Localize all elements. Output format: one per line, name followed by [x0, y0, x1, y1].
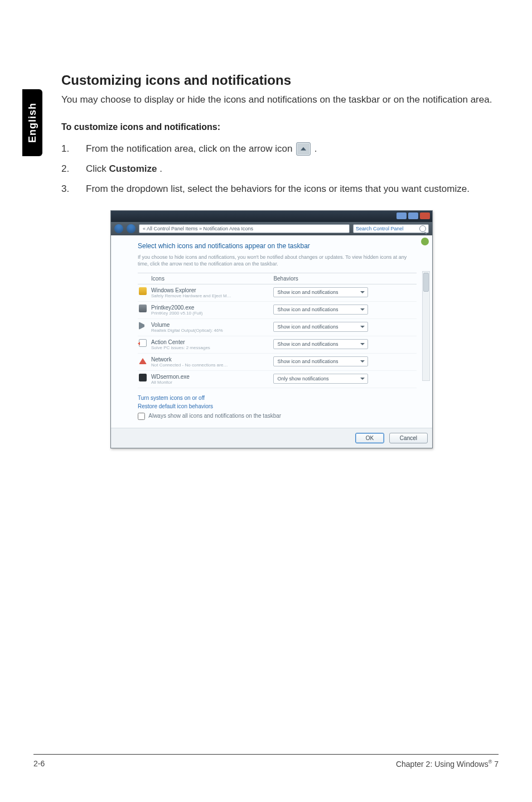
- close-icon[interactable]: [420, 212, 430, 219]
- step-1: From the notification area, click on the…: [61, 142, 502, 156]
- window-buttons: [396, 212, 430, 219]
- behavior-dropdown[interactable]: Show icon and notifications: [273, 322, 368, 332]
- gear-icon[interactable]: [421, 238, 429, 245]
- always-show-checkbox[interactable]: [138, 413, 145, 420]
- behavior-dropdown[interactable]: Show icon and notifications: [273, 339, 368, 349]
- always-show-text: Always show all icons and notifications …: [148, 413, 281, 419]
- scrollbar-thumb[interactable]: [423, 273, 429, 292]
- table-row: Network Not Connected - No connections a…: [138, 354, 417, 371]
- behavior-dropdown[interactable]: Show icon and notifications: [273, 305, 368, 315]
- content-area: Customizing icons and notifications You …: [61, 73, 502, 448]
- row-name: Printkey2000.exe: [151, 305, 271, 311]
- screenshot-window: « All Control Panel Items » Notification…: [110, 210, 433, 448]
- explorer-icon: [139, 287, 147, 295]
- behavior-dropdown[interactable]: Show icon and notifications: [273, 356, 368, 366]
- forward-icon[interactable]: [127, 224, 136, 233]
- intro-text: You may choose to display or hide the ic…: [61, 94, 502, 107]
- step-2-text-c: .: [159, 163, 162, 174]
- row-sub: Solve PC issues: 2 messages: [151, 345, 271, 350]
- volume-icon: [139, 322, 147, 330]
- row-name: Network: [151, 356, 271, 363]
- page-footer: 2-6 Chapter 2: Using Windows® 7: [33, 754, 499, 769]
- chapter-label: Chapter 2: Using Windows® 7: [396, 759, 499, 769]
- subheading: To customize icons and notifications:: [61, 122, 502, 132]
- window-body: Select which icons and notifications app…: [111, 235, 432, 428]
- col-icons: Icons: [150, 273, 272, 284]
- printer-icon: [139, 305, 147, 312]
- button-bar: OK Cancel: [111, 428, 432, 448]
- row-sub: PrintKey 2000 v5.10 (Full): [151, 311, 271, 316]
- row-name: Windows Explorer: [151, 287, 271, 293]
- step-3: From the dropdown list, select the behav…: [61, 182, 502, 196]
- step-2: Click Customize .: [61, 162, 502, 176]
- behavior-dropdown[interactable]: Show icon and notifications: [273, 287, 368, 297]
- links-area: Turn system icons on or off Restore defa…: [138, 388, 417, 420]
- row-sub: All Monitor: [151, 380, 271, 385]
- table-row: WDsermon.exe All Monitor Only show notif…: [138, 371, 417, 388]
- network-icon: [139, 356, 147, 364]
- breadcrumb[interactable]: « All Control Panel Items » Notification…: [139, 224, 350, 233]
- col-behaviors: Behaviors: [272, 273, 417, 284]
- step-1-text-b: .: [315, 143, 317, 154]
- row-name: Volume: [151, 322, 271, 328]
- step-2-bold: Customize: [109, 163, 157, 174]
- search-placeholder: Search Control Panel: [356, 226, 417, 231]
- always-show-checkbox-label[interactable]: Always show all icons and notifications …: [138, 413, 417, 420]
- ok-button[interactable]: OK: [355, 433, 384, 443]
- table-row: Action Center Solve PC issues: 2 message…: [138, 336, 417, 354]
- table-row: Printkey2000.exe PrintKey 2000 v5.10 (Fu…: [138, 302, 417, 319]
- step-3-text: From the dropdown list, select the behav…: [86, 183, 470, 194]
- row-sub: Safely Remove Hardware and Eject M…: [151, 293, 271, 298]
- panel-hint: If you choose to hide icons and notifica…: [138, 254, 417, 267]
- language-tab-label: English: [27, 103, 38, 143]
- cancel-button[interactable]: Cancel: [389, 433, 428, 443]
- back-icon[interactable]: [114, 224, 123, 233]
- arrow-up-icon: [296, 142, 311, 156]
- step-2-text-a: Click: [86, 163, 109, 174]
- address-bar: « All Control Panel Items » Notification…: [111, 222, 432, 235]
- panel-header: Select which icons and notifications app…: [138, 242, 417, 250]
- page-title: Customizing icons and notifications: [61, 73, 502, 88]
- link-restore-defaults[interactable]: Restore default icon behaviors: [138, 403, 417, 409]
- search-icon[interactable]: [419, 225, 426, 232]
- window-titlebar: [111, 211, 432, 222]
- minimize-icon[interactable]: [396, 212, 407, 219]
- page-number: 2-6: [33, 759, 45, 769]
- language-tab: English: [22, 89, 42, 156]
- behavior-dropdown[interactable]: Only show notifications: [273, 374, 368, 384]
- table-row: Volume Realtek Digital Output(Optical): …: [138, 319, 417, 336]
- row-sub: Realtek Digital Output(Optical): 46%: [151, 328, 271, 333]
- table-row: Windows Explorer Safely Remove Hardware …: [138, 284, 417, 302]
- link-system-icons[interactable]: Turn system icons on or off: [138, 395, 417, 401]
- search-field[interactable]: Search Control Panel: [353, 224, 429, 233]
- flag-icon: [139, 339, 147, 347]
- icons-table: Icons Behaviors Windows Explorer Safely …: [138, 273, 417, 388]
- scrollbar[interactable]: [422, 271, 430, 381]
- monitor-icon: [139, 374, 147, 381]
- maximize-icon[interactable]: [408, 212, 418, 219]
- step-1-text-a: From the notification area, click on the…: [86, 143, 295, 154]
- row-name: Action Center: [151, 339, 271, 345]
- steps-list: From the notification area, click on the…: [61, 142, 502, 196]
- row-name: WDsermon.exe: [151, 374, 271, 380]
- row-sub: Not Connected - No connections are…: [151, 363, 271, 368]
